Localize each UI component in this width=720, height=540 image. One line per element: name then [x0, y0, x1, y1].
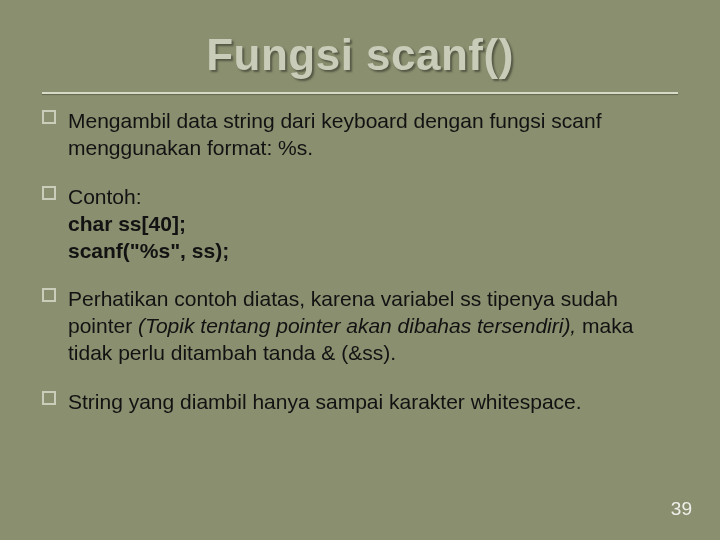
bullet-item-3: Perhatikan contoh diatas, karena variabe… [42, 286, 668, 367]
title-underline [42, 92, 678, 94]
para4-text: String yang diambil hanya sampai karakte… [68, 390, 582, 413]
square-bullet-icon [42, 288, 56, 302]
slide-content: Mengambil data string dari keyboard deng… [42, 108, 668, 438]
bullet-item-4: String yang diambil hanya sampai karakte… [42, 389, 668, 416]
para3-b: (Topik tentang pointer akan dibahas ters… [138, 314, 576, 337]
bullet-item-1: Mengambil data string dari keyboard deng… [42, 108, 668, 162]
slide-title-wrap: Fungsi scanf() [0, 30, 720, 80]
para1-text: Mengambil data string dari keyboard deng… [68, 109, 602, 159]
page-number: 39 [671, 498, 692, 520]
square-bullet-icon [42, 186, 56, 200]
bullet-item-2: Contoh: char ss[40]; scanf("%s", ss); [42, 184, 668, 265]
para2-lead: Contoh: [68, 185, 142, 208]
para2-code-line2: scanf("%s", ss); [68, 239, 229, 262]
square-bullet-icon [42, 391, 56, 405]
slide-title: Fungsi scanf() [206, 30, 514, 80]
para2-code-line1: char ss[40]; [68, 212, 186, 235]
square-bullet-icon [42, 110, 56, 124]
